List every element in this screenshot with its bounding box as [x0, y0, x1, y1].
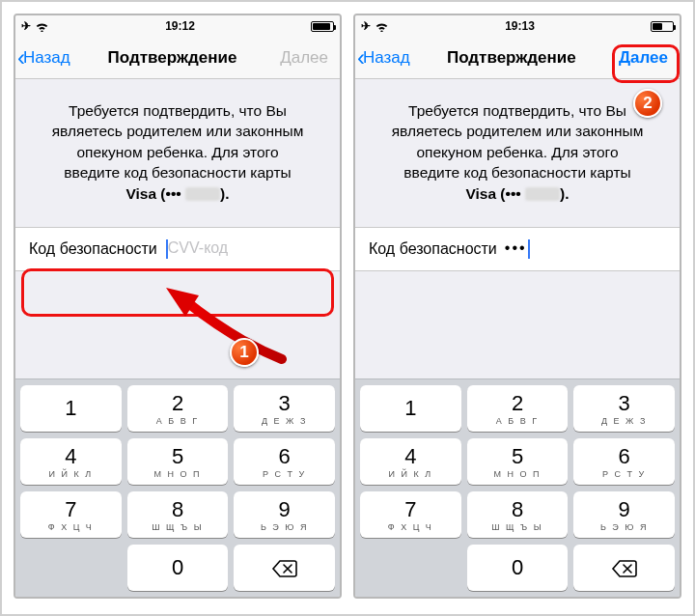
keypad-delete-key[interactable]: [234, 545, 335, 591]
cvv-field-row[interactable]: Код безопасности •••: [355, 227, 680, 271]
back-button[interactable]: ‹ Назад: [17, 46, 70, 70]
status-bar: ✈ 19:13: [355, 15, 680, 37]
airplane-icon: ✈: [361, 19, 371, 33]
keypad-key-2[interactable]: 2А Б В Г: [127, 385, 229, 432]
keypad-key-4[interactable]: 4И Й К Л: [360, 438, 461, 485]
keypad-key-9[interactable]: 9Ь Э Ю Я: [573, 491, 675, 538]
keypad-key-0[interactable]: 0: [127, 545, 229, 591]
keypad-key-8[interactable]: 8Ш Щ Ъ Ы: [127, 491, 229, 538]
nav-title: Подтверждение: [447, 48, 576, 68]
keypad-key-8[interactable]: 8Ш Щ Ъ Ы: [467, 491, 569, 538]
cvv-input[interactable]: CVV-код: [165, 239, 326, 259]
keypad-key-7[interactable]: 7Ф Х Ц Ч: [20, 491, 122, 538]
status-bar: ✈ 19:12: [15, 15, 340, 37]
nav-bar: ‹ Назад Подтверждение Далее: [15, 37, 340, 79]
keypad-key-9[interactable]: 9Ь Э Ю Я: [234, 491, 335, 538]
back-label: Назад: [23, 48, 70, 68]
redacted-digits: [525, 187, 560, 201]
phone-screenshot-left: ✈ 19:12 ‹ Назад Подтверждение Далее Треб…: [14, 14, 342, 599]
instruction-text: Требуется подтвердить, что Вы являетесь …: [15, 79, 340, 221]
wifi-icon: [35, 21, 49, 32]
cvv-label: Код безопасности: [369, 240, 497, 258]
nav-title: Подтверждение: [108, 48, 237, 68]
redacted-digits: [185, 187, 220, 201]
keypad-delete-key[interactable]: [573, 545, 675, 591]
numeric-keypad: 12А Б В Г3Д Е Ж З4И Й К Л5М Н О П6Р С Т …: [355, 378, 680, 597]
keypad-key-5[interactable]: 5М Н О П: [467, 438, 569, 485]
keypad-key-7[interactable]: 7Ф Х Ц Ч: [360, 491, 461, 538]
keypad-key-4[interactable]: 4И Й К Л: [20, 438, 122, 485]
battery-icon: [311, 21, 334, 32]
keypad-key-1[interactable]: 1: [20, 385, 122, 432]
phone-screenshot-right: ✈ 19:13 ‹ Назад Подтверждение Далее Треб…: [353, 14, 681, 599]
wifi-icon: [375, 21, 389, 32]
airplane-icon: ✈: [21, 19, 31, 33]
cvv-input[interactable]: •••: [505, 239, 666, 259]
back-button[interactable]: ‹ Назад: [357, 46, 410, 70]
status-time: 19:13: [505, 19, 535, 33]
next-button[interactable]: Далее: [274, 44, 334, 71]
keypad-key-2[interactable]: 2А Б В Г: [467, 385, 569, 432]
keypad-key-6[interactable]: 6Р С Т У: [234, 438, 335, 485]
numeric-keypad: 12А Б В Г3Д Е Ж З4И Й К Л5М Н О П6Р С Т …: [15, 378, 340, 597]
status-time: 19:12: [165, 19, 195, 33]
nav-bar: ‹ Назад Подтверждение Далее: [355, 37, 680, 79]
battery-icon: [651, 21, 674, 32]
keypad-key-3[interactable]: 3Д Е Ж З: [573, 385, 675, 432]
instruction-text: Требуется подтвердить, что Вы являетесь …: [355, 79, 680, 221]
back-label: Назад: [363, 48, 410, 68]
keypad-key-6[interactable]: 6Р С Т У: [573, 438, 675, 485]
keypad-blank: [20, 545, 122, 591]
keypad-key-5[interactable]: 5М Н О П: [127, 438, 229, 485]
keypad-blank: [360, 545, 461, 591]
keypad-key-0[interactable]: 0: [467, 545, 569, 591]
cvv-label: Код безопасности: [29, 240, 157, 258]
keypad-key-3[interactable]: 3Д Е Ж З: [234, 385, 335, 432]
cvv-field-row[interactable]: Код безопасности CVV-код: [15, 227, 340, 271]
keypad-key-1[interactable]: 1: [360, 385, 461, 432]
next-button[interactable]: Далее: [613, 44, 674, 71]
